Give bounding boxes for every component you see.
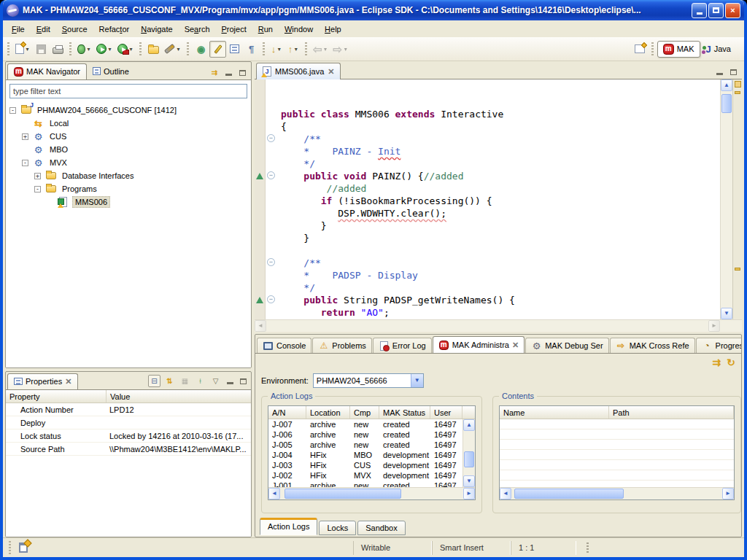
scroll-up-icon[interactable]: ▲ bbox=[463, 419, 475, 431]
menu-source[interactable]: Source bbox=[56, 23, 93, 36]
column-header-path[interactable]: Path bbox=[609, 406, 734, 419]
pin-icon[interactable]: ⟊ bbox=[194, 375, 206, 387]
property-row[interactable]: Deploy bbox=[6, 416, 251, 429]
table-row[interactable]: J-006archivenewcreated16497 bbox=[268, 429, 462, 440]
subtab-sandbox[interactable]: Sandbox bbox=[357, 521, 405, 535]
minimize-view-icon[interactable] bbox=[714, 67, 724, 77]
previous-annotation-button[interactable]: ↑▾ bbox=[285, 41, 302, 58]
open-perspective-button[interactable] bbox=[632, 41, 649, 58]
tree-expander-icon[interactable]: - bbox=[9, 107, 16, 114]
maximize-view-icon[interactable] bbox=[237, 68, 247, 77]
scroll-up-icon[interactable]: ▲ bbox=[721, 79, 732, 91]
refresh-icon[interactable]: ↻ bbox=[727, 357, 735, 368]
contents-hscrollbar[interactable]: ◄ ► bbox=[500, 487, 734, 499]
tab-mak-navigator[interactable]: m MAK Navigator bbox=[7, 63, 87, 79]
tab-mak-cross-refe[interactable]: ⇨MAK Cross Refe bbox=[610, 338, 695, 353]
tab-properties[interactable]: Properties ✕ bbox=[7, 373, 78, 389]
open-element-button[interactable] bbox=[145, 41, 162, 58]
run-button[interactable]: ▾ bbox=[94, 41, 115, 58]
link-with-editor-icon[interactable]: ⇉ bbox=[209, 68, 220, 77]
code-area[interactable]: public class MMS006 extends Interactive{… bbox=[276, 79, 720, 319]
subtab-action-logs[interactable]: Action Logs bbox=[260, 518, 317, 535]
tree-item-database-interfaces[interactable]: +Database Interfaces bbox=[6, 169, 251, 182]
filter-input[interactable] bbox=[9, 84, 247, 98]
maximize-button[interactable] bbox=[708, 3, 724, 18]
debug-button[interactable]: ▾ bbox=[75, 41, 94, 58]
view-menu-icon[interactable]: ▽ bbox=[209, 375, 222, 387]
column-header-a-n[interactable]: A/N bbox=[268, 406, 306, 419]
show-whitespace-button[interactable]: ¶ bbox=[243, 41, 260, 58]
editor-horizontal-scrollbar[interactable]: ◄ ► bbox=[255, 319, 720, 332]
property-row[interactable]: Action NumberLPD12 bbox=[6, 403, 251, 416]
perspective-mak-button[interactable]: m MAK bbox=[657, 41, 700, 58]
column-header-location[interactable]: Location bbox=[306, 406, 350, 419]
menu-project[interactable]: Project bbox=[216, 23, 252, 36]
show-source-button[interactable] bbox=[226, 41, 243, 58]
tree-item-mvx[interactable]: -⚙MVX bbox=[6, 156, 251, 169]
menu-run[interactable]: Run bbox=[252, 23, 279, 36]
column-header-property[interactable]: Property bbox=[6, 390, 107, 402]
subtab-locks[interactable]: Locks bbox=[319, 521, 356, 535]
table-row[interactable]: J-001archivenewcreated16497 bbox=[268, 481, 462, 487]
scroll-down-icon[interactable]: ▼ bbox=[463, 475, 475, 487]
tab-mms006-java[interactable]: J MMS006.java ✕ bbox=[256, 63, 341, 79]
menu-window[interactable]: Window bbox=[279, 23, 319, 36]
close-icon[interactable]: ✕ bbox=[328, 68, 334, 76]
last-edit-location-button[interactable]: ◉ bbox=[193, 41, 209, 58]
restore-value-icon[interactable]: ▦ bbox=[179, 375, 191, 387]
scroll-right-icon[interactable]: ► bbox=[708, 320, 720, 332]
fold-collapse-icon[interactable]: − bbox=[267, 171, 275, 179]
column-header-value[interactable]: Value bbox=[107, 390, 251, 402]
link-with-editor-icon[interactable]: ⇉ bbox=[713, 357, 721, 368]
scroll-right-icon[interactable]: ► bbox=[722, 488, 734, 499]
overview-ruler[interactable] bbox=[732, 79, 742, 319]
tab-outline[interactable]: Outline bbox=[87, 63, 135, 79]
scroll-down-icon[interactable]: ▼ bbox=[721, 308, 732, 319]
perspective-java-button[interactable]: J Java bbox=[700, 41, 737, 58]
action-logs-hscrollbar[interactable]: ◄ ► bbox=[268, 487, 475, 499]
maximize-view-icon[interactable] bbox=[728, 67, 738, 77]
show-categories-icon[interactable]: ⊟ bbox=[148, 375, 160, 387]
editor-vertical-scrollbar[interactable]: ▲ ▼ bbox=[720, 79, 732, 319]
print-button[interactable] bbox=[50, 41, 66, 58]
menu-refactor[interactable]: Refactor bbox=[93, 23, 136, 36]
tree-item-local[interactable]: ⇆Local bbox=[6, 117, 251, 130]
property-row[interactable]: Lock statusLocked by 14216 at 2010-03-16… bbox=[6, 429, 251, 443]
tree-expander-icon[interactable]: + bbox=[22, 133, 28, 140]
scrollbar-thumb[interactable] bbox=[285, 489, 401, 499]
tree-expander-icon[interactable]: + bbox=[34, 173, 41, 179]
tab-progress[interactable]: ◔Progress bbox=[696, 338, 742, 353]
tree-item-phmaw204-56666-cusconf-1412[interactable]: -JPHMAW204_56666_CUSCONF [1412] bbox=[6, 104, 251, 117]
tree-expander-icon[interactable]: - bbox=[22, 160, 28, 166]
tab-mak-administra[interactable]: mMAK Administra✕ bbox=[433, 336, 525, 353]
scroll-left-icon[interactable]: ◄ bbox=[500, 488, 511, 499]
next-annotation-button[interactable]: ↓▾ bbox=[268, 41, 285, 58]
fold-collapse-icon[interactable]: − bbox=[267, 295, 275, 303]
tree-expander-icon[interactable]: - bbox=[34, 186, 41, 192]
column-header-name[interactable]: Name bbox=[500, 406, 609, 419]
menu-help[interactable]: Help bbox=[319, 23, 347, 36]
tree-item-programs[interactable]: -Programs bbox=[6, 182, 251, 195]
scrollbar-thumb[interactable] bbox=[514, 489, 624, 499]
tab-problems[interactable]: ⚠Problems bbox=[312, 338, 371, 353]
scroll-left-icon[interactable]: ◄ bbox=[255, 320, 266, 332]
tree-item-mms006[interactable]: MMS006 bbox=[6, 195, 251, 209]
fold-collapse-icon[interactable]: − bbox=[267, 134, 275, 142]
maximize-view-icon[interactable] bbox=[238, 376, 248, 386]
minimize-view-icon[interactable] bbox=[223, 68, 233, 77]
column-header-user[interactable]: User bbox=[430, 406, 462, 419]
table-row[interactable]: J-004HFixMBOdevelopment16497 bbox=[268, 450, 462, 460]
scrollbar-thumb[interactable] bbox=[464, 451, 474, 467]
forward-button[interactable]: ⇨▾ bbox=[331, 41, 352, 58]
scrollbar-thumb[interactable] bbox=[721, 94, 732, 113]
chevron-down-icon[interactable]: ▼ bbox=[411, 374, 423, 387]
menu-search[interactable]: Search bbox=[179, 23, 216, 36]
close-icon[interactable]: ✕ bbox=[512, 341, 519, 349]
external-tools-button[interactable]: ▾ bbox=[115, 41, 136, 58]
column-header-mak-status[interactable]: MAK Status bbox=[379, 406, 430, 419]
minimize-view-icon[interactable] bbox=[225, 376, 235, 386]
column-header-cmp[interactable]: Cmp bbox=[350, 406, 379, 419]
tab-console[interactable]: Console bbox=[257, 338, 311, 353]
search-button[interactable]: ▾ bbox=[162, 41, 184, 58]
scroll-left-icon[interactable]: ◄ bbox=[268, 488, 280, 499]
